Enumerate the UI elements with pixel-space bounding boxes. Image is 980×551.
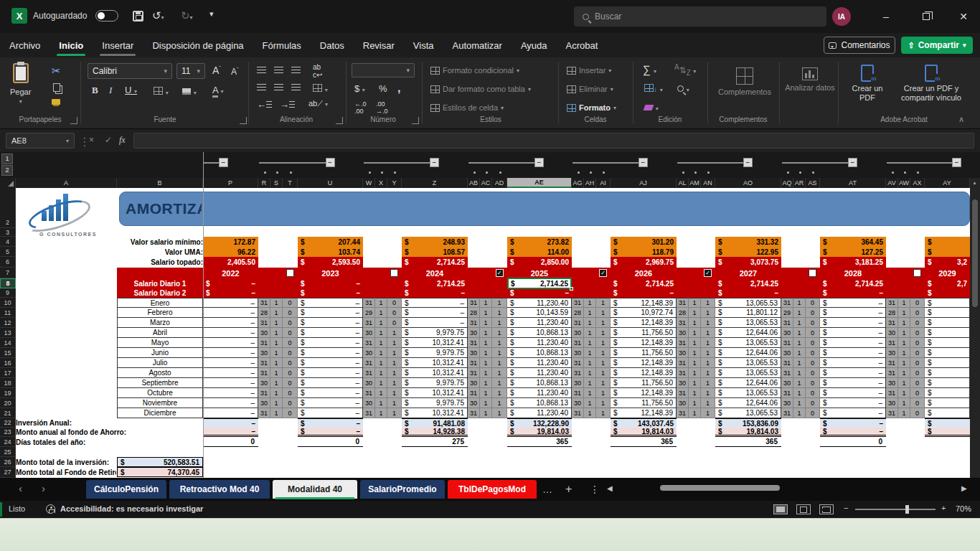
cell-Y-17[interactable]: 1 <box>387 368 402 378</box>
column-header-S[interactable]: S <box>270 178 283 188</box>
cell-X-10[interactable]: 1 <box>375 298 387 308</box>
cell-AQ-12[interactable]: 31 <box>781 318 793 328</box>
cell-dias-2022[interactable]: 0 <box>203 437 258 447</box>
row-header-18[interactable]: 18 <box>0 378 16 388</box>
cell-AS-18[interactable]: 0 <box>806 378 820 388</box>
cell-X-13[interactable]: 1 <box>375 328 387 338</box>
cell-AC-20[interactable]: 1 <box>480 398 492 408</box>
cell-AR-12[interactable]: 1 <box>793 318 806 328</box>
cell-AB-13[interactable]: 30 <box>468 328 480 338</box>
clear-icon[interactable]: ▾ <box>644 102 659 113</box>
cell-AJ-20[interactable]: $11,756.50 <box>611 398 677 408</box>
cell-Y-16[interactable]: 1 <box>387 358 402 368</box>
row-header-26[interactable]: 26 <box>0 457 16 467</box>
cell-AX-16[interactable]: 0 <box>910 358 925 368</box>
cell-uma-2029[interactable]: $ <box>925 247 970 257</box>
cell-Z-17[interactable]: $10,312.41 <box>402 368 468 378</box>
year-header-2028[interactable]: 2028 <box>820 268 886 278</box>
cell-Z-21[interactable]: $10,312.41 <box>402 408 468 418</box>
cell-X-12[interactable]: 1 <box>375 318 387 328</box>
column-header-A[interactable]: A <box>16 178 117 188</box>
column-header-AS[interactable]: AS <box>806 178 820 188</box>
row-header-23[interactable]: 23 <box>0 428 16 437</box>
cell-ahorro-2026[interactable]: $19,814.03 <box>611 428 677 437</box>
cell-R-12[interactable]: 31 <box>258 318 270 328</box>
cell-AV-16[interactable]: 31 <box>886 358 898 368</box>
column-header-AN[interactable]: AN <box>701 178 715 188</box>
cell-S-17[interactable]: 1 <box>270 368 283 378</box>
cell-AI-12[interactable]: 1 <box>596 318 611 328</box>
cell-ahorro-2023[interactable]: $– <box>298 428 363 437</box>
cell-AQ-15[interactable]: 30 <box>781 348 793 358</box>
cell-diario2-2023[interactable]: $– <box>298 288 363 298</box>
cell-dias-2028[interactable]: 0 <box>820 437 886 447</box>
month-name-Septiembre[interactable]: Septiembre <box>117 378 203 388</box>
column-header-U[interactable]: U <box>298 178 363 188</box>
cell-P-13[interactable]: – <box>203 328 258 338</box>
cell-AJ-13[interactable]: $11,756.50 <box>611 328 677 338</box>
cell-diario2-2025[interactable]: $– <box>507 288 572 298</box>
cell-AV-13[interactable]: 30 <box>886 328 898 338</box>
cell-AN-18[interactable]: 1 <box>701 378 715 388</box>
cell-AQ-21[interactable]: 31 <box>781 408 793 418</box>
cell-AS-17[interactable]: 0 <box>806 368 820 378</box>
cell-AD-18[interactable]: 1 <box>492 378 507 388</box>
cell-AJ-21[interactable]: $12,148.39 <box>611 408 677 418</box>
column-header-AJ[interactable]: AJ <box>611 178 677 188</box>
cell-AR-11[interactable]: 1 <box>793 308 806 318</box>
cell-S-12[interactable]: 1 <box>270 318 283 328</box>
cell-W-20[interactable]: 30 <box>363 398 375 408</box>
cell-AO-16[interactable]: $13,065.53 <box>715 358 781 368</box>
cell-X-11[interactable]: 1 <box>375 308 387 318</box>
number-format-combo[interactable]: ▾ <box>352 63 415 77</box>
cell-AW-12[interactable]: 1 <box>898 318 910 328</box>
cell-AN-15[interactable]: 1 <box>701 348 715 358</box>
cell-AB-18[interactable]: 30 <box>468 378 480 388</box>
cut-icon[interactable]: ✂ <box>52 65 61 77</box>
outline-collapse-2025[interactable]: − <box>534 158 544 167</box>
column-header-AR[interactable]: AR <box>793 178 806 188</box>
cell-diario1-2026[interactable]: $2,714.25 <box>611 278 677 288</box>
cell-AR-14[interactable]: 1 <box>793 338 806 348</box>
column-header-AO[interactable]: AO <box>715 178 781 188</box>
cell-W-21[interactable]: 31 <box>363 408 375 418</box>
cell-AC-17[interactable]: 1 <box>480 368 492 378</box>
cell-total_ret[interactable]: $74,370.45 <box>117 467 203 477</box>
cell-salmin-2023[interactable]: $207.44 <box>298 237 363 247</box>
align-left-icon[interactable] <box>257 82 266 93</box>
cell-AN-17[interactable]: 1 <box>701 368 715 378</box>
cell-inversion-2026[interactable]: $143,037.45 <box>611 418 677 428</box>
cell-AI-13[interactable]: 1 <box>596 328 611 338</box>
cell-AJ-19[interactable]: $12,148.39 <box>611 388 677 398</box>
cell-R-16[interactable]: 31 <box>258 358 270 368</box>
borders-icon[interactable]: ▾ <box>154 86 169 97</box>
align-center-icon[interactable] <box>274 82 283 93</box>
cell-AS-14[interactable]: 0 <box>806 338 820 348</box>
cell-S-18[interactable]: 1 <box>270 378 283 388</box>
currency-icon[interactable]: $ ▾ <box>354 83 365 94</box>
cell-AH-12[interactable]: 1 <box>584 318 596 328</box>
cell-AG-15[interactable]: 30 <box>572 348 584 358</box>
cell-AT-20[interactable]: $– <box>820 398 886 408</box>
normal-view-icon[interactable] <box>773 504 788 514</box>
cell-Y-19[interactable]: 1 <box>387 388 402 398</box>
month-name-Marzo[interactable]: Marzo <box>117 318 203 328</box>
font-size-combo[interactable]: 11▾ <box>176 63 205 79</box>
cell-ahorro-2025[interactable]: $19,814.03 <box>507 428 572 437</box>
cell-AI-10[interactable]: 1 <box>596 298 611 308</box>
cell-Y-10[interactable]: 0 <box>387 298 402 308</box>
cell-AG-14[interactable]: 31 <box>572 338 584 348</box>
tab-inicio[interactable]: Inicio <box>50 33 93 57</box>
cell-U-20[interactable]: $– <box>298 398 363 408</box>
cell-AJ-18[interactable]: $11,756.50 <box>611 378 677 388</box>
outline-level-1[interactable]: 1 <box>1 154 13 164</box>
cell-Z-16[interactable]: $10,312.41 <box>402 358 468 368</box>
column-header-W[interactable]: W <box>363 178 375 188</box>
cell-AH-11[interactable]: 1 <box>584 308 596 318</box>
cell-AG-17[interactable]: 31 <box>572 368 584 378</box>
cell-P-12[interactable]: – <box>203 318 258 328</box>
save-icon[interactable] <box>133 11 143 22</box>
column-header-B[interactable]: B <box>117 178 203 188</box>
cell-dias-2025[interactable]: 365 <box>507 437 572 447</box>
cell-X-18[interactable]: 1 <box>375 378 387 388</box>
